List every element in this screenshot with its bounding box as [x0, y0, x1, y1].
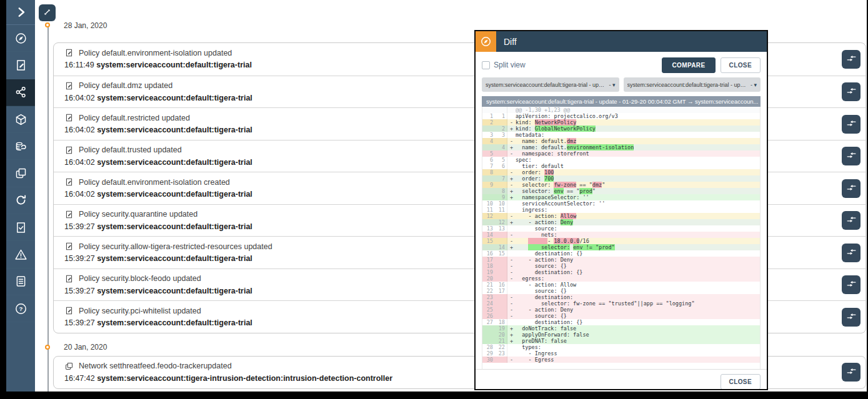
expand-icon — [42, 7, 52, 19]
doc-edit-icon — [64, 81, 74, 91]
event-time: 15:39:27 — [64, 222, 97, 231]
open-diff-button[interactable] — [842, 147, 861, 165]
event-account: system:serviceaccount:default:tigera-tri… — [97, 190, 252, 199]
doc-edit-icon — [64, 274, 74, 283]
diff-line: 14+ selector: env != "prod" — [482, 244, 760, 250]
cube-icon — [14, 113, 27, 126]
diff-line: 20- egress: — [482, 275, 760, 282]
timeline-date: 28 Jan, 2020 — [53, 21, 866, 30]
diff-compare-icon — [846, 86, 857, 98]
diff-line: 2217 source: {} — [482, 288, 760, 294]
diff-line: 25- - action: Deny — [482, 307, 760, 313]
event-title: Policy security.allow-tigera-restricted-… — [79, 242, 272, 251]
doc-check-icon — [14, 221, 27, 234]
chevron-down-icon: - ▾ — [609, 82, 615, 88]
date-label: 28 Jan, 2020 — [64, 21, 107, 30]
sidebar-item-alerts[interactable] — [6, 241, 35, 268]
right-revision-select[interactable]: system:serviceaccount:default:tigera-tri… — [624, 77, 761, 92]
layers-icon — [14, 167, 27, 180]
modal-title: Diff — [504, 37, 517, 47]
diff-line: 12+ - action: Deny — [482, 219, 760, 225]
sidebar-item-refresh[interactable] — [6, 187, 35, 214]
diff-modal-body: Split view COMPARE CLOSE system:servicea… — [476, 52, 767, 389]
diff-compare-icon — [846, 118, 857, 131]
diff-line: 19- destination: {} — [482, 269, 760, 275]
diff-line: 9+ namespaceSelector: '' — [482, 194, 760, 200]
event-time: 15:39:27 — [64, 318, 97, 327]
diff-viewport[interactable]: @@ -1,30 +1,23 @@11apiVersion: projectca… — [482, 107, 761, 369]
sidebar-item-workloads[interactable] — [6, 106, 35, 133]
diff-compare-icon — [846, 278, 857, 291]
doc-list-icon — [14, 275, 27, 288]
diff-line: 4- name: default.dmz — [482, 138, 760, 144]
open-diff-button[interactable] — [842, 179, 861, 198]
timeline-line — [47, 26, 49, 392]
event-title: Policy default.environment-isolation upd… — [79, 49, 232, 57]
event-account: system:serviceaccount:tigera-intrusion-d… — [97, 374, 392, 383]
diff-line: 20+ applyOnForward: false — [482, 332, 760, 338]
diff-line: 26- source: {} — [482, 313, 760, 319]
diff-line: 24- selector: fw-zone == "trusted"||app … — [482, 300, 760, 307]
open-diff-button[interactable] — [842, 50, 861, 69]
diff-line: 14- nets: — [482, 232, 760, 238]
event-title: Policy security.pci-whitelist updated — [79, 307, 201, 315]
diff-line: 17- - action: Deny — [482, 257, 760, 263]
doc-edit-icon — [64, 48, 74, 57]
sidebar-item-help[interactable]: ? — [6, 295, 35, 322]
diff-line: 76 tier: default — [482, 163, 760, 169]
sidebar-item-logs[interactable] — [6, 268, 35, 295]
open-diff-button[interactable] — [842, 275, 861, 294]
left-revision-select[interactable]: system:serviceaccount:default:tigera-tri… — [482, 77, 619, 92]
date-label: 20 Jan, 2020 — [64, 343, 107, 352]
split-view-toggle[interactable]: Split view — [482, 61, 526, 69]
diff-line: 65spec: — [482, 157, 760, 163]
split-view-checkbox[interactable] — [482, 61, 490, 69]
close-button-bottom[interactable]: CLOSE — [721, 374, 761, 389]
doc-edit-icon — [64, 306, 74, 315]
cloud-storage-icon — [14, 140, 27, 153]
left-revision-label: system:serviceaccount:default:tigera-tri… — [486, 82, 607, 88]
diff-line: 15- - 18.0.0.0/16 — [482, 238, 760, 244]
diff-line: 1615 destination: {} — [482, 250, 760, 257]
sidebar-item-storage[interactable] — [6, 133, 35, 160]
open-diff-button[interactable] — [842, 363, 861, 382]
sidebar-item-compass[interactable] — [6, 25, 35, 52]
event-account: system:serviceaccount:default:tigera-tri… — [97, 318, 252, 327]
diff-line: 2718 destination: {} — [482, 319, 760, 325]
open-diff-button[interactable] — [842, 244, 861, 262]
diff-line: 2+kind: GlobalNetworkPolicy — [482, 126, 760, 132]
open-diff-button[interactable] — [842, 211, 861, 230]
compass-icon — [14, 32, 27, 45]
compare-button[interactable]: COMPARE — [662, 57, 715, 73]
sidebar-item-expand-nav[interactable] — [6, 0, 35, 25]
diff-line: @@ -1,30 +1,23 @@ — [482, 107, 760, 113]
diff-modal-header: Diff — [476, 31, 767, 52]
diff-line: 23- destination: — [482, 294, 760, 300]
sidebar-item-network-graph[interactable] — [6, 79, 35, 106]
diff-line: 21+ preDNAT: false — [482, 338, 760, 344]
event-title: Policy default.dmz updated — [79, 81, 172, 90]
help-icon: ? — [14, 302, 27, 315]
event-time: 15:39:27 — [64, 287, 97, 295]
expand-timeline-button[interactable] — [39, 4, 56, 21]
open-diff-button[interactable] — [842, 308, 861, 327]
sidebar-item-layers[interactable] — [6, 160, 35, 187]
sidebar-item-compliance[interactable] — [6, 214, 35, 241]
diff-line: 30- - Egress — [482, 357, 760, 363]
event-account: system:serviceaccount:default:tigera-tri… — [97, 126, 252, 134]
alert-triangle-icon — [14, 248, 27, 261]
close-button-top[interactable]: CLOSE — [721, 57, 761, 73]
diff-line: 9- selector: fw-zone == "dmz" — [482, 182, 760, 188]
sidebar-item-policies[interactable] — [6, 52, 35, 79]
event-account: system:serviceaccount:default:tigera-tri… — [97, 222, 252, 231]
open-diff-button[interactable] — [842, 115, 861, 134]
split-view-label: Split view — [494, 61, 526, 69]
diff-line: 2-kind: NetworkPolicy — [482, 119, 760, 126]
layers-icon — [64, 362, 74, 371]
diff-line: 2116 - action: Allow — [482, 282, 760, 288]
open-diff-button[interactable] — [842, 82, 861, 101]
diff-range-header: system:serviceaccount:default:tigera-tri… — [482, 96, 761, 107]
doc-edit-icon — [14, 59, 27, 72]
diff-compare-icon — [846, 150, 857, 162]
diff-line: 1111 ingress: — [482, 207, 760, 213]
